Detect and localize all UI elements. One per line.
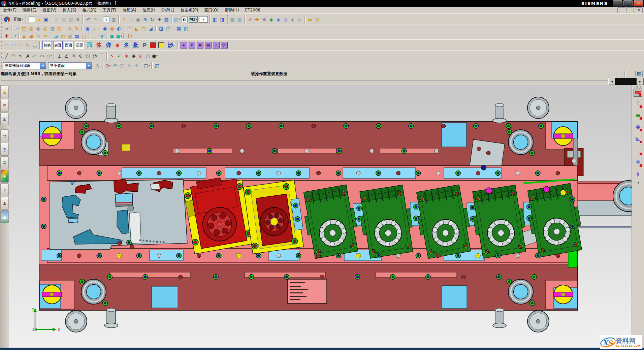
menu-insert[interactable]: 插入(S) [60,7,79,14]
selection-filter-dropdown-icon[interactable]: ▼ [40,63,46,69]
draft-button[interactable]: ◢ [147,25,154,32]
selection-scope-combo[interactable]: 整个装配 ▼ [48,62,92,69]
measure-distance-button[interactable]: ▬ [307,16,314,23]
redo-button[interactable]: ↷ [92,16,99,23]
sketch-rectangle-button[interactable]: ▭ [38,53,45,59]
sketch-line-button[interactable]: ╱ [3,53,10,59]
menu-preferences[interactable]: 首选项(P) [178,7,201,14]
pad-button[interactable]: ▥ [56,25,63,32]
sketch-button[interactable]: ▱ [3,25,10,32]
face-translucent-button[interactable]: 面透 [64,41,73,49]
zoom-button[interactable]: ⊕ [142,16,149,23]
view-vector-button[interactable]: ↗ [247,16,254,23]
move-component-button[interactable]: ✚ [181,42,187,49]
snap-crosshair-button[interactable]: ⊕▾ [104,62,111,69]
offset-surface-button[interactable]: ◨▾ [98,33,105,39]
extrude-sheet-button[interactable]: ▲ [21,33,28,39]
scroll-left-button[interactable]: ◄ [608,78,615,85]
datum-axis-button[interactable]: ↑▾ [126,33,133,39]
layer-settings-button[interactable]: ▤ [229,16,236,23]
maximize-button[interactable]: ❐ [623,0,633,6]
split-body-button[interactable]: ◫ [165,25,172,32]
cut-button[interactable]: ✂ [53,16,60,23]
trim-body-button[interactable]: ◪ [158,25,165,32]
close-button[interactable]: ✕ [634,0,643,6]
tab-constraint-navigator[interactable]: ⊟ [0,99,9,112]
dock-standard-parts-key[interactable]: KEY [634,89,642,97]
tab-palettes[interactable]: ▤ [0,156,9,169]
constraint-ring-button[interactable]: ○ [84,53,91,59]
plane-button[interactable]: ▱▾ [10,33,17,39]
tab-scenery[interactable]: ▲ [0,210,9,223]
copy-component-button[interactable]: ▤ [205,42,212,49]
tab-visualization[interactable]: ✦ [0,170,9,183]
sketch-spline-button[interactable]: ∿ [17,53,24,59]
boss-button[interactable]: ◎ [42,25,49,32]
datum-plane-button[interactable]: ▱ [13,25,21,32]
copy-button[interactable]: ▤ [60,16,67,23]
sketch-polyline-button[interactable]: ◇▾ [45,53,53,59]
cube-blue-button[interactable]: ◈ [275,16,282,23]
paste-button[interactable]: ▥ [67,16,74,23]
pocket-button[interactable]: ▨ [49,25,56,32]
scroll-right-button[interactable]: ► [637,78,644,85]
open-file-button[interactable]: ▰ [36,16,43,23]
snap-circle2-button[interactable]: ⊙ [137,53,144,59]
n-sided-button[interactable]: ▥ [66,33,73,39]
mirror-button[interactable]: ◧ [182,25,189,32]
reset-gray-button[interactable]: ✕ [128,16,135,23]
hole-wizard-button[interactable]: ◉ [84,25,91,32]
sweep-button[interactable]: ∿ [35,33,42,39]
hole-button[interactable]: ◉ [35,25,42,32]
minimize-button[interactable]: ─ [613,0,622,6]
menu-analysis[interactable]: 分析(L) [158,7,178,14]
new-file-button[interactable] [29,17,35,22]
child-close-button[interactable]: ✕ [635,7,643,13]
palette-button[interactable]: ✱ [261,16,268,23]
lift-component-button[interactable]: ⇕ [189,42,195,49]
dock-fastener-tool[interactable]: ✚ [633,157,643,167]
pattern-button[interactable]: ▦ [175,25,182,32]
delete-button[interactable]: ✕ [74,16,82,23]
promote-body-button[interactable]: ▣▾ [116,33,123,39]
constraint-perpendicular-button[interactable]: ⊥ [56,53,63,59]
tab-history[interactable]: ◷ [0,143,9,156]
snap-check-button[interactable]: ✓ [116,53,123,59]
clip-section-2-button[interactable]: ◨ [219,16,226,23]
tab-assembly-navigator[interactable]: ⊞ [0,86,9,98]
p-dimension-button[interactable]: P [140,41,149,49]
unite-button[interactable]: ◉ [101,25,108,32]
sketch-corner-button[interactable]: ⌐ [31,53,38,59]
dock-punch-tool[interactable]: T [633,98,643,108]
batch-tool-button[interactable]: 批 [131,41,140,49]
cube-violet-button[interactable]: ◇ [282,16,289,23]
swept-button[interactable]: ≈ [42,33,49,39]
restore-view-icon[interactable] [635,71,643,77]
menu-file[interactable]: 文件(F) [0,7,20,14]
restore-button[interactable]: 还原 [75,41,84,49]
extrude-button[interactable]: ⇧ [66,25,73,32]
spring-tool-button[interactable]: 弹 [104,41,113,49]
solid-translucent-button[interactable]: 实透 [53,41,63,49]
child-restore-button[interactable]: ❐ [626,7,634,13]
shell-button[interactable]: ▢ [140,25,147,32]
dock-block-insert-tool[interactable]: ◆ [633,121,643,132]
intersect-button[interactable]: ◐ [116,25,123,32]
menu-assemblies[interactable]: 装配(A) [119,7,139,14]
cube-gray-button[interactable]: ◈ [289,16,296,23]
pan-button[interactable]: ✚ [156,16,163,23]
rotate-gray-button[interactable]: ↻ [126,62,133,69]
thread-button[interactable]: ≡ [91,25,98,32]
scrollbar-thumb[interactable] [615,78,637,85]
menu-information[interactable]: 信息(I) [139,7,158,14]
through-curves-button[interactable]: ◩ [59,33,66,39]
blank-style-button[interactable]: ▾ [199,16,208,23]
face-display-button[interactable]: 面 [85,41,94,49]
find-component-button[interactable]: ◎ [94,62,101,69]
sketch-text-button[interactable]: A [24,53,31,59]
chamfer-button[interactable]: ◣ [133,25,140,32]
render-style-button[interactable]: ◐ [181,17,188,22]
up-triangle-button[interactable]: △ [213,42,220,49]
rotate-component-button[interactable]: ✱ [197,42,203,49]
center-mark-button[interactable]: ⊕ [113,41,122,49]
